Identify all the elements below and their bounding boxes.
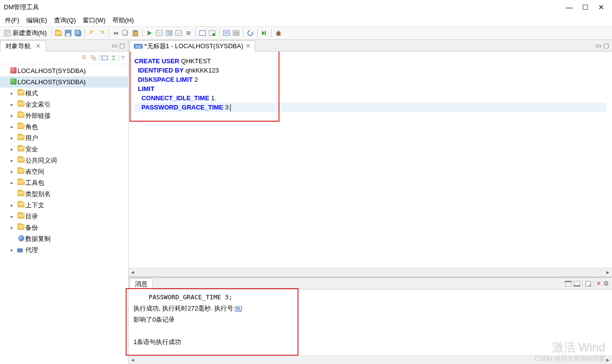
- editor-hscrollbar[interactable]: ◄ ►: [129, 268, 612, 276]
- svg-rect-23: [102, 56, 108, 60]
- tree-item-role[interactable]: ▸角色: [0, 121, 128, 132]
- undo-icon[interactable]: [88, 29, 96, 37]
- tree-item-context[interactable]: ▸上下文: [0, 200, 128, 211]
- msg-ctrl-icon[interactable]: [574, 281, 580, 287]
- explain-icon[interactable]: sq: [165, 29, 173, 37]
- tree-item-typealias[interactable]: 类型别名: [0, 188, 128, 200]
- tree-item-dblink[interactable]: ▸外部链接: [0, 110, 128, 121]
- msg-ctrl-icon[interactable]: [565, 281, 572, 287]
- msg-line: 影响了0条记录: [133, 314, 607, 325]
- expand-icon[interactable]: [110, 55, 117, 61]
- tab-close-icon[interactable]: ✕: [36, 42, 41, 50]
- object-nav-toolbar: ▽: [0, 52, 128, 64]
- run-arrow-icon[interactable]: [260, 29, 269, 37]
- tool-icon-1[interactable]: [198, 29, 207, 37]
- messages-hscrollbar[interactable]: ◄ ►: [129, 355, 612, 364]
- tree-item-schema[interactable]: ▸模式: [0, 88, 128, 99]
- connection-label: LOCALHOST(SYSDBA): [18, 78, 86, 86]
- new-query-icon: [4, 30, 11, 36]
- object-nav-tab[interactable]: 对象导航 ✕: [0, 40, 46, 52]
- object-tree[interactable]: LOCALHOST(SYSDBA) LOCALHOST(SYSDBA) ▸模式 …: [0, 64, 128, 364]
- menu-window[interactable]: 窗口(W): [80, 15, 109, 26]
- redo-icon[interactable]: [97, 29, 106, 37]
- tree-item-package[interactable]: ▸工具包: [0, 177, 128, 188]
- exec-id-link[interactable]: 90: [235, 305, 242, 312]
- messages-tab[interactable]: 消息: [130, 278, 153, 290]
- run-icon[interactable]: [145, 29, 154, 37]
- msg-clear-icon[interactable]: [585, 280, 592, 287]
- object-navigator-panel: 对象导航 ✕ ▭ ▢ ▽ LOCALHOST(SYSDBA) L: [0, 40, 129, 364]
- tree-item-synonym[interactable]: ▸公共同义词: [0, 155, 128, 166]
- text-cursor: [230, 104, 231, 111]
- commit-icon[interactable]: [174, 29, 183, 37]
- menu-dropdown-icon[interactable]: ▽: [121, 55, 125, 60]
- cut-icon[interactable]: ✂: [111, 29, 120, 37]
- collapse-panel-icon[interactable]: ▢: [119, 42, 125, 49]
- svg-rect-26: [565, 281, 572, 282]
- object-nav-tab-label: 对象导航: [5, 42, 31, 50]
- save-all-icon[interactable]: [74, 29, 82, 37]
- tree-item-user[interactable]: ▸用户: [0, 132, 128, 144]
- svg-rect-4: [75, 30, 80, 35]
- tool-icon-2[interactable]: [208, 29, 217, 37]
- menu-file[interactable]: 件(F): [2, 15, 22, 26]
- link-editor-icon[interactable]: [101, 55, 108, 61]
- new-query-label: 新建查询(N): [13, 29, 47, 37]
- close-button[interactable]: ✕: [598, 3, 604, 11]
- msg-line: 执行成功, 执行耗时272毫秒. 执行号:90: [133, 303, 607, 314]
- messages-tab-label: 消息: [135, 280, 148, 288]
- filter-icon[interactable]: [81, 55, 88, 61]
- save-icon[interactable]: [64, 29, 73, 37]
- editor-ctrl-icon[interactable]: ▢: [603, 42, 609, 49]
- editor-tab[interactable]: sql *无标题1 - LOCALHOST(SYSDBA) ✕: [130, 40, 255, 52]
- sql-editor[interactable]: CREATE USER QHKTEST IDENTIFIED BY qhkKKK…: [129, 52, 612, 268]
- maximize-button[interactable]: ☐: [582, 3, 589, 11]
- menu-help[interactable]: 帮助(H): [110, 15, 137, 26]
- copy-icon[interactable]: [121, 29, 130, 37]
- run-script-icon[interactable]: [155, 29, 164, 37]
- connection-2[interactable]: LOCALHOST(SYSDBA): [0, 76, 128, 88]
- menu-edit[interactable]: 编辑(E): [23, 15, 50, 26]
- tree-item-backup[interactable]: ▸备份: [0, 222, 128, 233]
- msg-close-icon[interactable]: ✕: [596, 280, 601, 287]
- svg-rect-14: [200, 31, 205, 36]
- scroll-right-icon[interactable]: ►: [604, 356, 612, 364]
- stop-icon[interactable]: [184, 29, 193, 37]
- tool-icon-3[interactable]: [222, 29, 231, 37]
- scroll-right-icon[interactable]: ►: [604, 268, 612, 276]
- svg-rect-12: [176, 31, 182, 36]
- scroll-left-icon[interactable]: ◄: [129, 356, 137, 364]
- connection-1[interactable]: LOCALHOST(SYSDBA): [0, 65, 128, 76]
- tree-item-replication[interactable]: 数据复制: [0, 233, 128, 244]
- paste-icon[interactable]: [131, 29, 140, 37]
- menu-query[interactable]: 查询(Q): [51, 15, 79, 26]
- svg-rect-6: [123, 30, 127, 35]
- tree-item-security[interactable]: ▸安全: [0, 144, 128, 155]
- msg-settings-icon[interactable]: ⚙: [603, 280, 609, 287]
- scroll-left-icon[interactable]: ◄: [129, 268, 137, 276]
- tree-item-agent[interactable]: ▸代理: [0, 244, 128, 255]
- connection-label: LOCALHOST(SYSDBA): [18, 67, 86, 74]
- messages-tabbar: 消息 ✕ ⚙: [129, 278, 612, 290]
- svg-rect-18: [233, 31, 239, 36]
- new-query-button[interactable]: 新建查询(N): [2, 29, 49, 37]
- tab-close-icon[interactable]: ✕: [245, 42, 251, 50]
- msg-line: PASSWORD_GRACE_TIME 3;: [133, 291, 607, 303]
- debug-icon[interactable]: [274, 29, 283, 37]
- filter2-icon[interactable]: [90, 55, 97, 61]
- svg-point-16: [212, 33, 215, 36]
- messages-output[interactable]: PASSWORD_GRACE_TIME 3; 执行成功, 执行耗时272毫秒. …: [129, 290, 612, 355]
- refresh-icon[interactable]: [246, 29, 255, 37]
- window-controls: — ☐ ✕: [566, 3, 608, 11]
- svg-rect-28: [574, 285, 580, 287]
- tree-item-fulltext[interactable]: ▸全文索引: [0, 99, 128, 110]
- open-icon[interactable]: [54, 29, 63, 37]
- sql-badge-icon: sql: [134, 44, 143, 49]
- grid-icon[interactable]: [232, 29, 241, 37]
- tree-item-tablespace[interactable]: ▸表空间: [0, 166, 128, 177]
- tree-item-directory[interactable]: ▸目录: [0, 211, 128, 222]
- editor-ctrl-icon[interactable]: ▭: [595, 42, 601, 49]
- minimize-panel-icon[interactable]: ▭: [111, 42, 117, 49]
- minimize-button[interactable]: —: [566, 3, 573, 11]
- main-area: 对象导航 ✕ ▭ ▢ ▽ LOCALHOST(SYSDBA) L: [0, 40, 612, 364]
